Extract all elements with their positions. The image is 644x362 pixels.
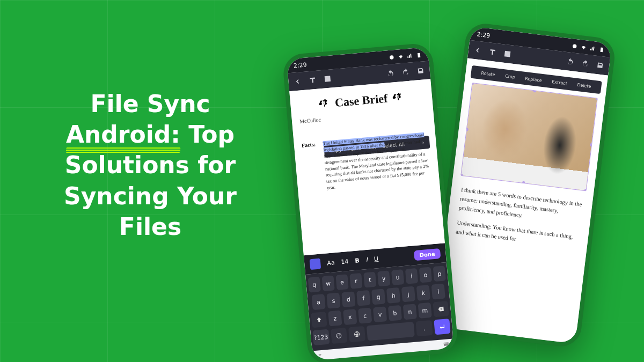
save-icon[interactable] bbox=[596, 61, 604, 70]
emoji-key[interactable]: ☺ bbox=[331, 328, 348, 344]
key-v[interactable]: v bbox=[373, 306, 387, 322]
image-tool-icon[interactable] bbox=[503, 50, 512, 58]
document-canvas[interactable]: Rotate Crop Replace Extract Delete I thi… bbox=[435, 58, 608, 344]
undo-icon[interactable] bbox=[566, 57, 575, 66]
key-k[interactable]: k bbox=[416, 285, 430, 301]
headline-line: Solutions for bbox=[65, 151, 236, 179]
document-text[interactable]: I think there are 5 words to describe te… bbox=[444, 179, 594, 264]
signal-icon bbox=[589, 45, 596, 51]
key-f[interactable]: f bbox=[356, 290, 370, 306]
back-icon[interactable] bbox=[294, 77, 302, 85]
resize-handle[interactable] bbox=[522, 181, 525, 185]
key-r[interactable]: r bbox=[349, 273, 362, 289]
headline-underlined: Android: bbox=[66, 119, 180, 150]
key-t[interactable]: t bbox=[363, 272, 376, 288]
wifi-icon bbox=[581, 44, 587, 50]
key-x[interactable]: x bbox=[343, 309, 357, 325]
resize-handle[interactable] bbox=[471, 83, 474, 85]
crop-button[interactable]: Crop bbox=[505, 73, 516, 79]
resize-handle[interactable] bbox=[590, 143, 594, 146]
soft-keyboard: qwertyuiop asdfghjkl zxcvbnm ?123☺. bbox=[305, 262, 453, 351]
key-m[interactable]: m bbox=[418, 302, 432, 319]
key-n[interactable]: n bbox=[403, 304, 417, 320]
chevron-down-icon[interactable] bbox=[317, 352, 324, 359]
resize-handle[interactable] bbox=[584, 189, 588, 191]
key-z[interactable]: z bbox=[328, 311, 342, 327]
key-p[interactable]: p bbox=[433, 265, 446, 282]
key-o[interactable]: o bbox=[419, 267, 432, 283]
document-canvas[interactable]: Case Brief McCulloc Copy Paste Cut Selec… bbox=[289, 79, 445, 255]
delete-button[interactable]: Delete bbox=[577, 82, 591, 88]
headline-line: Top bbox=[180, 121, 235, 148]
save-icon[interactable] bbox=[416, 67, 425, 75]
key-j[interactable]: j bbox=[401, 286, 415, 302]
status-time: 2:29 bbox=[477, 31, 491, 39]
status-icons bbox=[389, 51, 422, 60]
undo-icon[interactable] bbox=[386, 69, 394, 77]
signal-icon bbox=[407, 53, 413, 59]
selected-image[interactable] bbox=[460, 83, 598, 191]
phone-mockup-text-editor: 2:29 Case Brief McCulloc bbox=[282, 42, 458, 362]
key-g[interactable]: g bbox=[371, 289, 385, 305]
bold-button[interactable]: B bbox=[355, 257, 360, 264]
redo-icon[interactable] bbox=[581, 60, 590, 68]
resize-handle[interactable] bbox=[465, 128, 469, 131]
done-button[interactable]: Done bbox=[414, 248, 441, 261]
status-time: 2:29 bbox=[293, 61, 307, 69]
headline-line: Syncing Your bbox=[64, 182, 237, 210]
key-c[interactable]: c bbox=[358, 308, 372, 324]
key-?123[interactable]: ?123 bbox=[312, 329, 330, 345]
headline-line: File Sync bbox=[90, 90, 210, 117]
backspace-key[interactable] bbox=[433, 301, 449, 317]
language-key[interactable] bbox=[348, 326, 365, 342]
status-icons bbox=[572, 43, 605, 53]
key-i[interactable]: i bbox=[405, 268, 418, 284]
rotate-button[interactable]: Rotate bbox=[481, 70, 495, 77]
scales-icon bbox=[392, 92, 404, 104]
key-u[interactable]: u bbox=[391, 269, 404, 285]
text-tool-icon[interactable] bbox=[488, 48, 497, 56]
facts-label: Facts: bbox=[302, 141, 322, 193]
keyboard-icon[interactable] bbox=[443, 341, 450, 348]
document-title: Case Brief bbox=[334, 91, 388, 109]
resize-handle[interactable] bbox=[533, 89, 537, 93]
redo-icon[interactable] bbox=[401, 68, 409, 76]
resize-handle[interactable] bbox=[460, 173, 463, 177]
alarm-icon bbox=[389, 54, 395, 61]
image-tool-icon[interactable] bbox=[324, 75, 332, 83]
battery-icon bbox=[416, 51, 422, 58]
key-h[interactable]: h bbox=[386, 287, 400, 304]
facts-section: Facts: The United States Bank was rechar… bbox=[294, 131, 440, 194]
key-s[interactable]: s bbox=[326, 293, 340, 309]
key-q[interactable]: q bbox=[308, 277, 321, 293]
text-tool-icon[interactable] bbox=[309, 76, 317, 84]
wifi-icon bbox=[398, 53, 404, 60]
key-.[interactable]: . bbox=[415, 320, 433, 336]
resize-handle[interactable] bbox=[595, 97, 597, 100]
font-button[interactable]: Aa bbox=[327, 259, 335, 267]
facts-text[interactable]: The United States Bank was rechartered b… bbox=[323, 131, 432, 191]
replace-button[interactable]: Replace bbox=[525, 76, 543, 83]
key-e[interactable]: e bbox=[335, 274, 348, 290]
font-size-button[interactable]: 14 bbox=[341, 257, 349, 265]
italic-button[interactable]: I bbox=[365, 256, 368, 263]
key-w[interactable]: w bbox=[321, 275, 334, 291]
key-b[interactable]: b bbox=[388, 305, 402, 321]
enter-key[interactable] bbox=[434, 319, 451, 335]
extract-button[interactable]: Extract bbox=[552, 79, 568, 86]
back-icon[interactable] bbox=[473, 46, 482, 55]
headline-line: Files bbox=[119, 213, 181, 240]
headline: File Sync Android: Top Solutions for Syn… bbox=[51, 88, 250, 242]
key-l[interactable]: l bbox=[431, 284, 445, 300]
key-y[interactable]: y bbox=[377, 270, 390, 286]
battery-icon bbox=[598, 46, 605, 53]
key-d[interactable]: d bbox=[341, 291, 355, 307]
scales-icon bbox=[318, 98, 330, 110]
underline-button[interactable]: U bbox=[374, 255, 378, 263]
alarm-icon bbox=[572, 43, 578, 49]
key-a[interactable]: a bbox=[311, 294, 325, 310]
key-[interactable] bbox=[366, 322, 415, 341]
shift-key[interactable] bbox=[311, 312, 327, 328]
color-picker-button[interactable] bbox=[310, 258, 321, 270]
